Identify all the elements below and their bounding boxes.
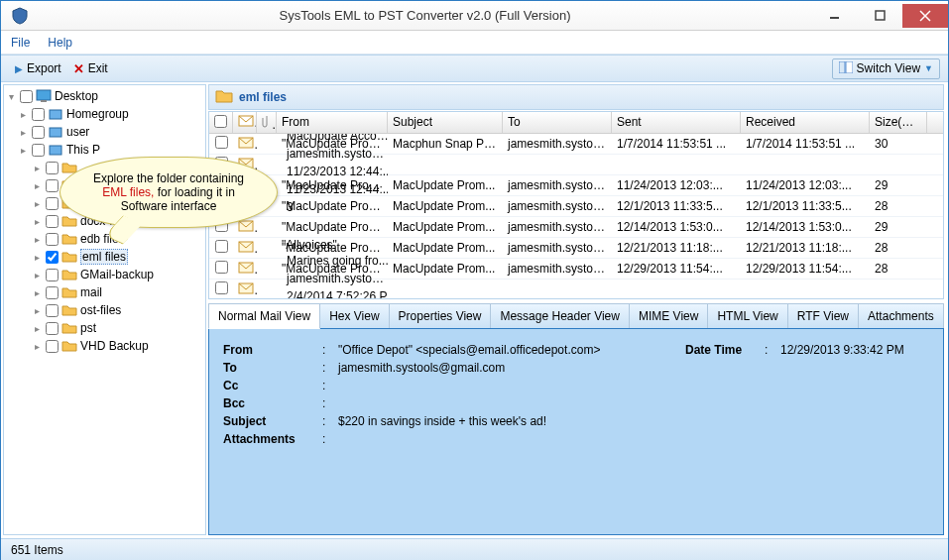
cell-to: jamesmith.systool... xyxy=(503,218,612,236)
expand-icon[interactable]: ▸ xyxy=(32,252,43,263)
cell-sent: 12/1/2013 11:33:5... xyxy=(612,197,741,215)
folder-tree[interactable]: ▾ Desktop ▸ Homegroup▸ user▸ This P ▸ ▸ … xyxy=(3,84,206,535)
tree-item[interactable]: ▸ eml files xyxy=(4,248,205,266)
tab-normal-mail-view[interactable]: Normal Mail View xyxy=(208,303,320,329)
expand-icon[interactable]: ▸ xyxy=(32,216,43,227)
folder-icon xyxy=(61,249,77,265)
tree-item[interactable]: ▸ mail xyxy=(4,283,205,301)
tree-checkbox[interactable] xyxy=(46,269,59,281)
table-row[interactable]: "MacUpdate Prom... MacUpdate Prom... jam… xyxy=(209,196,943,217)
cell-to: jamesmith.systool... xyxy=(282,145,388,163)
minimize-button[interactable] xyxy=(811,4,857,28)
cell-size: 29 xyxy=(870,218,927,236)
collapse-icon[interactable]: ▾ xyxy=(6,91,17,102)
tab-attachments[interactable]: Attachments xyxy=(858,303,944,329)
exit-button[interactable]: ✕ Exit xyxy=(67,59,114,78)
tree-checkbox[interactable] xyxy=(46,162,59,174)
expand-icon[interactable]: ▸ xyxy=(32,323,43,334)
status-bar: 651 Items xyxy=(1,538,948,560)
tree-item[interactable]: ▸ ost-files xyxy=(4,301,205,319)
tree-checkbox[interactable] xyxy=(46,322,59,335)
col-from[interactable]: From xyxy=(277,112,388,133)
expand-icon[interactable]: ▸ xyxy=(32,287,43,298)
expand-icon[interactable]: ▸ xyxy=(32,180,43,191)
expand-icon[interactable]: ▸ xyxy=(32,198,43,209)
grid-header: From Subject To Sent Received Size(KB) xyxy=(209,112,943,134)
switch-view-button[interactable]: Switch View ▼ xyxy=(832,58,940,79)
col-received[interactable]: Received xyxy=(741,112,870,133)
cell-received: 12/1/2013 11:33:5... xyxy=(741,197,870,215)
table-row[interactable]: "MacUpdate Prom... MacUpdate Prom... jam… xyxy=(209,217,943,238)
exit-icon: ✕ xyxy=(73,61,84,76)
expand-icon[interactable]: ▸ xyxy=(18,127,29,138)
tab-hex-view[interactable]: Hex View xyxy=(319,303,389,329)
expand-icon[interactable]: ▸ xyxy=(32,163,43,173)
tree-label: Homegroup xyxy=(66,107,129,121)
expand-icon[interactable]: ▸ xyxy=(18,145,29,156)
tab-properties-view[interactable]: Properties View xyxy=(389,303,492,329)
folder-icon xyxy=(61,338,77,354)
tree-item[interactable]: ▸ VHD Backup xyxy=(4,337,205,355)
row-checkbox[interactable] xyxy=(215,136,228,149)
tree-item[interactable]: ▸ Homegroup xyxy=(4,105,205,123)
email-grid[interactable]: From Subject To Sent Received Size(KB) "… xyxy=(208,111,944,299)
cell-received: 12/21/2013 11:18:... xyxy=(741,239,870,257)
tree-item[interactable]: ▸ GMail-backup xyxy=(4,266,205,283)
expand-icon[interactable]: ▸ xyxy=(18,109,29,120)
tree-checkbox[interactable] xyxy=(32,144,45,157)
expand-icon[interactable]: ▸ xyxy=(32,270,43,280)
tree-root[interactable]: ▾ Desktop xyxy=(4,87,205,105)
tree-checkbox[interactable] xyxy=(46,197,59,210)
table-row[interactable]: "MacUpdate Prom... MacUpdate Prom... jam… xyxy=(209,175,943,196)
tree-checkbox[interactable] xyxy=(46,233,59,246)
tab-message-header-view[interactable]: Message Header View xyxy=(490,303,630,329)
menu-file[interactable]: File xyxy=(11,36,30,50)
svg-rect-10 xyxy=(50,146,61,155)
tab-rtf-view[interactable]: RTF View xyxy=(787,303,859,329)
tree-checkbox[interactable] xyxy=(46,304,59,317)
tree-checkbox[interactable] xyxy=(32,108,45,121)
row-checkbox[interactable] xyxy=(215,281,228,294)
tree-checkbox[interactable] xyxy=(46,215,59,228)
expand-icon[interactable]: ▸ xyxy=(32,234,43,245)
tree-label: pst xyxy=(80,321,96,335)
col-subject[interactable]: Subject xyxy=(388,112,503,133)
tree-checkbox[interactable] xyxy=(20,90,33,103)
tree-label: ost-files xyxy=(80,303,121,317)
tree-checkbox[interactable] xyxy=(32,126,45,139)
tree-item[interactable]: ▸ user xyxy=(4,123,205,141)
col-to[interactable]: To xyxy=(503,112,612,133)
row-checkbox[interactable] xyxy=(215,240,228,253)
table-row[interactable]: "MacUpdate" MacUpdate Accou... jamesmith… xyxy=(209,155,943,175)
expand-icon[interactable]: ▸ xyxy=(32,305,43,316)
col-sent[interactable]: Sent xyxy=(612,112,741,133)
tree-item[interactable]: ▸ pst xyxy=(4,319,205,337)
export-button[interactable]: ▶ Export xyxy=(9,59,67,77)
row-checkbox[interactable] xyxy=(215,261,228,274)
select-all-cell[interactable] xyxy=(209,112,233,133)
svg-rect-4 xyxy=(839,61,845,73)
desktop-icon xyxy=(36,88,52,104)
svg-rect-7 xyxy=(41,100,47,102)
col-size[interactable]: Size(KB) xyxy=(870,112,927,133)
cell-to: jamesmith.systool... xyxy=(503,197,612,215)
tree-checkbox[interactable] xyxy=(46,251,59,264)
table-row[interactable]: "Allvoices" Marines going fro... jamesmi… xyxy=(209,280,943,298)
tree-item[interactable]: ▸ edb files xyxy=(4,230,205,248)
cell-from: "Allvoices" Marines going fro... jamesmi… xyxy=(277,236,388,298)
tree-checkbox[interactable] xyxy=(46,340,59,353)
svg-rect-6 xyxy=(37,90,51,100)
pv-cc-value xyxy=(338,379,929,392)
maximize-button[interactable] xyxy=(857,4,902,28)
tree-checkbox[interactable] xyxy=(46,179,59,192)
tab-mime-view[interactable]: MIME View xyxy=(629,303,708,329)
close-button[interactable] xyxy=(902,4,948,28)
pv-datetime-label: Date Time xyxy=(685,343,765,357)
menu-help[interactable]: Help xyxy=(48,36,72,50)
expand-icon[interactable]: ▸ xyxy=(32,341,43,352)
cell-subject: Marines going fro... xyxy=(282,252,388,270)
select-all-checkbox[interactable] xyxy=(214,115,227,128)
tab-html-view[interactable]: HTML View xyxy=(707,303,787,329)
mail-icon xyxy=(233,135,257,154)
tree-checkbox[interactable] xyxy=(46,286,59,299)
